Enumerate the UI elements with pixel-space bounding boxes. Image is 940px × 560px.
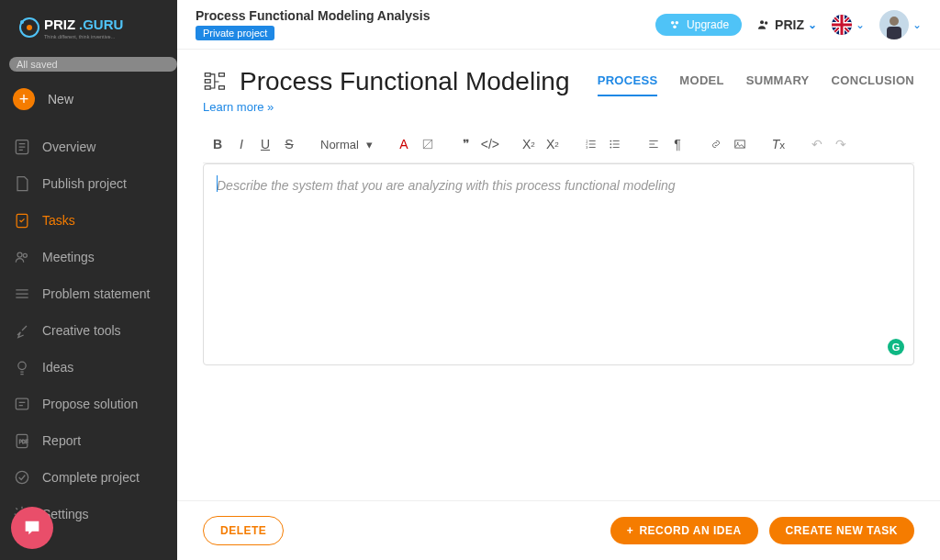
editor-body[interactable]: Describe the system that you are analyzi… [203,163,914,365]
logo[interactable]: PRIZ .GURU Think different, think invent… [0,0,177,53]
format-select[interactable]: Normal▾ [317,136,376,153]
chat-button[interactable] [11,507,53,549]
svg-point-18 [673,25,677,28]
svg-point-1 [27,25,32,30]
sidebar-item-report[interactable]: PDF Report [0,422,177,459]
sidebar-item-label: Publish project [42,176,127,191]
svg-point-16 [671,20,675,24]
publish-icon [13,174,31,193]
chevron-down-icon: ⌄ [856,18,865,31]
sidebar-item-label: Problem statement [42,286,151,301]
workspace-name: PRIZ [775,17,804,32]
propose-icon [13,395,31,413]
sidebar-item-label: Report [42,433,81,448]
svg-point-8 [17,252,22,257]
bg-color-button[interactable] [417,133,439,155]
creative-icon [13,321,31,340]
tab-process[interactable]: PROCESS [598,66,658,96]
chevron-down-icon: ⌄ [808,18,817,31]
svg-point-19 [760,20,764,24]
text-color-button[interactable]: A [393,133,415,155]
private-badge: Private project [196,26,274,40]
editor-placeholder: Describe the system that you are analyzi… [217,178,676,193]
svg-text:Think different, think inventi: Think different, think inventive... [44,34,116,39]
svg-rect-24 [205,79,210,83]
tab-model[interactable]: MODEL [679,66,723,96]
sidebar-item-propose[interactable]: Propose solution [0,386,177,422]
sidebar-item-publish[interactable]: Publish project [0,165,177,202]
sidebar-item-label: Meetings [42,250,95,264]
ordered-list-button[interactable]: 123 [580,133,602,155]
svg-point-17 [676,20,679,24]
superscript-button[interactable]: X2 [542,133,564,155]
overview-icon [13,138,31,156]
complete-icon [13,468,31,487]
sidebar-item-meetings[interactable]: Meetings [0,239,177,275]
new-button[interactable]: + New [0,83,177,116]
sidebar-item-label: Tasks [42,213,75,228]
grammarly-icon[interactable]: G [888,339,904,355]
bullet-list-button[interactable] [604,133,626,155]
tab-conclusion[interactable]: CONCLUSION [832,66,914,96]
underline-button[interactable]: U [254,133,276,155]
flag-icon [832,15,852,35]
svg-point-31 [610,140,611,142]
svg-rect-25 [205,85,210,89]
sidebar: PRIZ .GURU Think different, think invent… [0,0,177,560]
plus-icon: + [627,524,634,537]
upgrade-icon [668,18,681,31]
sidebar-item-overview[interactable]: Overview [0,129,177,165]
saved-badge: All saved [9,57,177,72]
link-button[interactable] [705,133,727,155]
avatar [879,10,909,39]
record-idea-button[interactable]: + RECORD AN IDEA [610,517,758,544]
rtl-button[interactable]: ¶ [666,133,688,155]
sidebar-item-creative[interactable]: Creative tools [0,312,177,349]
sidebar-item-problem[interactable]: Problem statement [0,275,177,312]
quote-button[interactable]: ❞ [455,133,477,155]
problem-icon [13,285,31,303]
editor-toolbar: B I U S Normal▾ A ❞ </> X2 X2 123 [203,126,914,163]
svg-rect-23 [205,73,210,76]
italic-button[interactable]: I [230,133,252,155]
language-selector[interactable]: ⌄ [832,15,865,35]
undo-button[interactable]: ↶ [806,133,828,155]
align-button[interactable] [643,133,665,155]
redo-button[interactable]: ↷ [830,133,852,155]
meetings-icon [13,248,31,266]
svg-point-14 [16,471,28,483]
new-label: New [48,92,73,106]
svg-rect-27 [219,85,225,89]
create-task-button[interactable]: CREATE NEW TASK [769,517,914,544]
svg-text:PDF: PDF [19,439,28,444]
topbar: Process Functional Modeling Analysis Pri… [177,0,940,50]
code-button[interactable]: </> [479,133,501,155]
image-button[interactable] [729,133,751,155]
bold-button[interactable]: B [207,133,229,155]
clear-format-button[interactable]: Tx [767,133,789,155]
strike-button[interactable]: S [278,133,300,155]
workspace-selector[interactable]: PRIZ ⌄ [756,17,817,32]
sidebar-item-complete[interactable]: Complete project [0,459,177,496]
sidebar-item-ideas[interactable]: Ideas [0,349,177,386]
delete-button[interactable]: DELETE [203,516,284,545]
svg-point-20 [765,21,767,24]
project-title: Process Functional Modeling Analysis [196,8,430,23]
svg-text:PRIZ: PRIZ [44,17,75,32]
svg-point-9 [23,253,27,257]
sidebar-item-tasks[interactable]: Tasks [0,202,177,239]
chat-icon [22,518,42,538]
user-menu[interactable]: ⌄ [879,10,922,39]
tab-summary[interactable]: SUMMARY [746,66,810,96]
sidebar-item-label: Creative tools [42,323,121,338]
sidebar-item-label: Overview [42,140,95,154]
tabs: PROCESS MODEL SUMMARY CONCLUSION [598,66,914,96]
svg-point-10 [18,362,26,369]
subscript-button[interactable]: X2 [518,133,540,155]
learn-more-link[interactable]: Learn more » [203,100,274,114]
footer: DELETE + RECORD AN IDEA CREATE NEW TASK [177,500,940,560]
team-icon [756,17,771,32]
svg-point-2 [20,20,24,24]
upgrade-button[interactable]: Upgrade [655,14,742,36]
svg-text:.GURU: .GURU [79,17,123,32]
